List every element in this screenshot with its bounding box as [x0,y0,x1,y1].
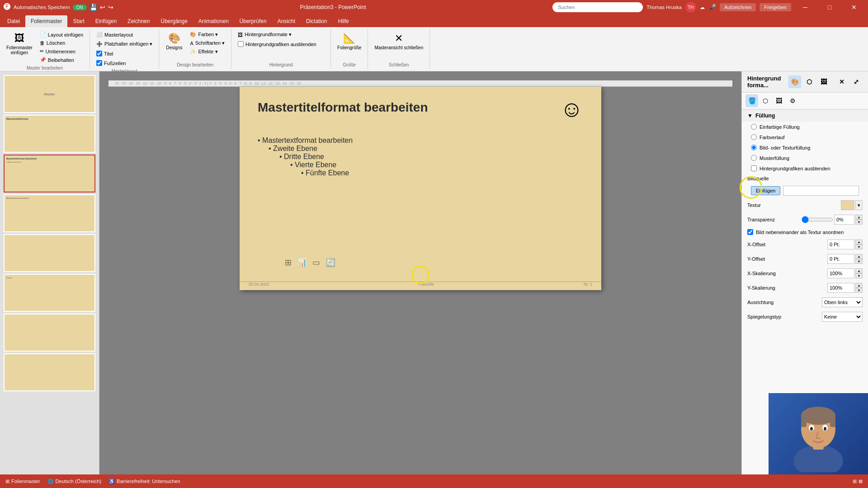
slide-sorter-icon[interactable]: ⊠ [859,479,863,484]
mic-icon[interactable]: 🎤 [708,4,716,11]
x-scale-down[interactable]: ▼ [855,273,863,278]
x-offset-up[interactable]: ▲ [855,239,863,244]
insert-button[interactable]: Einfügen [751,186,780,195]
slide-thumb-4[interactable]: Mastertitelformat bearbeiten [4,194,95,232]
slide-thumb-5[interactable] [4,234,95,272]
fill-option-picture[interactable]: Bild- oder Texturfüllung [742,142,868,153]
slide-thumb-1[interactable]: Master [4,75,95,113]
fill-tab-icon[interactable]: 🪣 [745,94,758,107]
mirror-select[interactable]: Keine Horizontal Vertikal [822,312,863,322]
close-panel-btn[interactable]: ✕ [835,75,848,88]
umbenennen-btn[interactable]: ✏ Umbenennen [37,47,86,55]
slide-canvas[interactable]: Mastertitelformat bearbeiten ☺ Mastertex… [240,87,601,290]
slide-thumb-7[interactable] [4,314,95,352]
schriften-btn[interactable]: A Schriftarten ▾ [187,39,227,47]
expand-panel-btn[interactable]: ⤢ [850,75,863,88]
share-button[interactable]: Freigeben [760,3,791,11]
slide-thumb-8[interactable] [4,353,95,391]
tab-hilfe[interactable]: Hilfe [333,15,354,27]
masterlayout-btn[interactable]: ⬜ Masterlayout [94,31,136,38]
designs-btn[interactable]: 🎨 Designs [163,31,185,56]
search-input[interactable] [552,2,643,12]
x-scale-up[interactable]: ▲ [855,268,863,273]
save-icon[interactable]: 💾 [90,4,97,11]
minimize-btn[interactable]: ─ [795,0,816,14]
loeschen-btn[interactable]: 🗑 Löschen [37,39,86,47]
image-icon-btn[interactable]: 🖼 [817,75,830,88]
fill-option-pattern[interactable]: Musterfüllung [742,153,868,163]
autosave-toggle[interactable]: ON [73,5,87,10]
hintergrundformate-btn[interactable]: 🖼 Hintergrundformate ▾ [235,31,294,38]
slide-thumb-3[interactable]: Mastertitelformat bearbeiten • Mastertex… [4,155,95,192]
radio-picture[interactable] [751,145,757,150]
tab-ueberpruefen[interactable]: Überprüfen [234,15,272,27]
designs-icon: 🎨 [168,33,180,44]
alignment-select[interactable]: Oben links Oben mitte Oben rechts [822,297,863,307]
y-scale-input[interactable] [827,283,854,293]
tab-ansicht[interactable]: Ansicht [272,15,301,27]
record-button[interactable]: Aufzeichnen [720,3,756,11]
transparency-slider[interactable] [802,216,833,223]
masteransicht-schliessen-btn[interactable]: ✕ Masteransicht schließen [372,31,426,52]
undo-icon[interactable]: ↩ [100,4,105,11]
texture-preview[interactable] [841,200,854,210]
extra-icon[interactable]: ⚙ [786,94,799,107]
shape-icon-tab[interactable]: ⬡ [759,94,772,107]
fill-option-solid[interactable]: Einfarbige Füllung [742,122,868,132]
folienmaster-einfuegen-btn[interactable]: 🖼 Folienmastereinfügen [4,31,35,64]
platzhalter-btn[interactable]: ➕ Platzhalter einfügen ▾ [94,40,155,48]
fusszeilen-checkbox[interactable] [96,60,102,66]
close-btn[interactable]: ✕ [844,0,864,14]
restore-btn[interactable]: □ [819,0,840,14]
image-tab-icon[interactable]: 🖼 [773,94,785,107]
grafiken-ausblenden-check[interactable]: Hintergrundgrafiken ausblenden [235,40,319,48]
slide-thumb-6[interactable]: Layout [4,274,95,312]
normal-view-icon[interactable]: ⊞ [853,479,857,484]
titel-check[interactable]: Titel [94,50,116,57]
x-scale-input[interactable] [827,268,854,278]
farben-btn[interactable]: 🎨 Farben ▾ [187,31,227,38]
tab-zeichnen[interactable]: Zeichnen [122,15,155,27]
y-offset-down[interactable]: ▼ [855,259,863,264]
tile-row[interactable]: Bild nebeneinander als Textur anordnen [742,227,868,237]
y-scale-down[interactable]: ▼ [855,288,863,293]
transparency-down[interactable]: ▼ [855,220,863,225]
grafiken-checkbox[interactable] [238,41,244,47]
image-source-input[interactable] [783,186,859,196]
tab-datei[interactable]: Datei [2,15,25,27]
tab-einfuegen[interactable]: Einfügen [90,15,122,27]
radio-gradient[interactable] [751,134,757,140]
tile-checkbox[interactable] [747,229,753,235]
x-offset-input[interactable] [827,239,854,249]
titel-checkbox[interactable] [96,51,102,56]
tab-dictation[interactable]: Dictation [301,15,333,27]
texture-dropdown[interactable]: ▾ [855,200,863,210]
radio-solid[interactable] [751,124,757,130]
tab-uebergaenge[interactable]: Übergänge [155,15,193,27]
transparency-up[interactable]: ▲ [855,215,863,220]
beibehalten-btn[interactable]: 📌 Beibehalten [37,56,86,64]
slide-panel[interactable]: 1 Master 2 Mastertitelformat 3 Mastertit… [0,71,99,474]
layout-einfuegen-btn[interactable]: 📄 Layout einfügen [37,31,86,38]
redo-icon[interactable]: ↪ [108,4,113,11]
fusszeilen-check[interactable]: Fußzeilen [94,59,128,67]
tab-animationen[interactable]: Animationen [193,15,234,27]
foliengroesse-btn[interactable]: 📐 Foliengröße [335,31,364,52]
fill-section-header[interactable]: ▼ Füllung [742,109,868,122]
hide-graphics-checkbox[interactable] [751,165,757,171]
group-label-schliessen: Schließen [389,61,409,67]
tab-folienmaster[interactable]: Folienmaster [25,15,67,27]
effekte-btn[interactable]: ✨ Effekte ▾ [187,48,227,56]
y-scale-up[interactable]: ▲ [855,283,863,288]
y-offset-input[interactable] [827,254,854,264]
fill-option-gradient[interactable]: Farbverlauf [742,132,868,142]
radio-pattern[interactable] [751,155,757,161]
effects-icon-btn[interactable]: ⬡ [803,75,816,88]
hide-graphics-row[interactable]: Hintergrundgrafiken ausblenden [742,163,868,174]
fill-icon-btn[interactable]: 🎨 [788,75,801,88]
x-offset-down[interactable]: ▼ [855,244,863,249]
slide-thumb-2[interactable]: Mastertitelformat [4,115,95,153]
transparency-input[interactable] [834,215,854,225]
y-offset-up[interactable]: ▲ [855,254,863,259]
tab-start[interactable]: Start [67,15,90,27]
